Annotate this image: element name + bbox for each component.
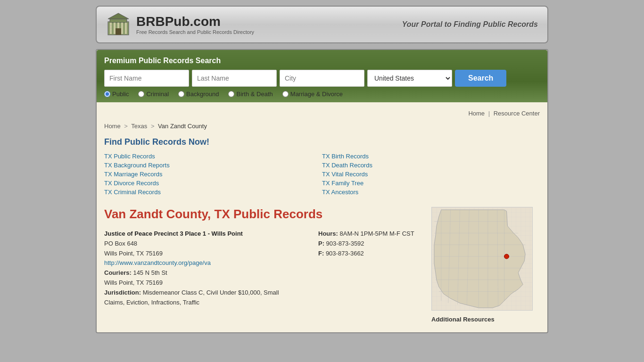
link-tx-divorce[interactable]: TX Divorce Records	[104, 180, 322, 187]
radio-criminal[interactable]: Criminal	[138, 90, 169, 98]
records-col-left: TX Public Records TX Background Reports …	[104, 153, 322, 197]
site-tagline-sub: Free Records Search and Public Records D…	[136, 29, 254, 35]
radio-birth-death[interactable]: Birth & Death	[228, 90, 272, 98]
search-button[interactable]: Search	[455, 70, 506, 87]
content-area: Home | Resource Center Home > Texas > Va…	[97, 102, 547, 332]
home-link[interactable]: Home	[468, 110, 485, 117]
country-select[interactable]: United States	[367, 70, 452, 87]
breadcrumb-county: Van Zandt County	[158, 123, 207, 130]
address-line1: PO Box 648	[104, 239, 299, 249]
svg-rect-1	[110, 19, 127, 23]
search-inputs: United States Search	[104, 70, 540, 87]
radio-public[interactable]: Public	[104, 90, 129, 98]
records-col-right: TX Birth Records TX Death Records TX Vit…	[322, 153, 540, 197]
county-section: Van Zandt County, TX Public Records Just…	[104, 207, 540, 323]
svg-point-29	[504, 254, 509, 259]
phone: P: 903-873-3592	[318, 239, 422, 249]
site-name: BRBPub.com	[136, 14, 254, 29]
search-section: Premium Public Records Search United Sta…	[97, 50, 547, 102]
svg-rect-8	[116, 28, 121, 35]
link-tx-vital[interactable]: TX Vital Records	[322, 171, 540, 178]
city-input[interactable]	[280, 70, 364, 87]
address-line2: Wills Point, TX 75169	[104, 249, 299, 259]
first-name-input[interactable]	[104, 70, 189, 87]
jurisdiction: Jurisdiction: Misdemeanor Class C, Civil…	[104, 288, 299, 308]
county-info: Van Zandt County, TX Public Records Just…	[104, 207, 422, 323]
link-tx-family-tree[interactable]: TX Family Tree	[322, 180, 540, 187]
link-tx-death[interactable]: TX Death Records	[322, 162, 540, 169]
map-area: Additional Resources	[431, 207, 540, 323]
link-tx-public[interactable]: TX Public Records	[104, 153, 322, 160]
breadcrumb-home[interactable]: Home	[104, 123, 121, 130]
radio-background[interactable]: Background	[178, 90, 219, 98]
link-tx-marriage[interactable]: TX Marriage Records	[104, 171, 322, 178]
records-section: Find Public Records Now! TX Public Recor…	[104, 132, 540, 207]
additional-resources-label: Additional Resources	[431, 316, 540, 323]
link-tx-criminal[interactable]: TX Criminal Records	[104, 189, 322, 196]
link-tx-ancestors[interactable]: TX Ancestors	[322, 189, 540, 196]
top-nav: Home | Resource Center	[104, 107, 540, 119]
logo-text: BRBPub.com Free Records Search and Publi…	[136, 14, 254, 35]
header: BRBPub.com Free Records Search and Publi…	[96, 6, 548, 43]
records-grid: TX Public Records TX Background Reports …	[104, 153, 540, 197]
last-name-input[interactable]	[192, 70, 277, 87]
website-link: http://www.vanzandtcounty.org/page/va	[104, 258, 299, 268]
couriers-line: Couriers: 145 N 5th St	[104, 268, 299, 278]
building-icon	[106, 12, 131, 37]
resource-center-link[interactable]: Resource Center	[494, 110, 540, 117]
county-title: Van Zandt County, TX Public Records	[104, 207, 422, 222]
entry-title-1: Justice of Peace Precinct 3 Place 1 - Wi…	[104, 229, 299, 239]
svg-rect-7	[125, 23, 127, 34]
radio-marriage-divorce[interactable]: Marriage & Divorce	[282, 90, 343, 98]
search-radios: Public Criminal Background Birth & Death…	[104, 90, 540, 98]
header-tagline: Your Portal to Finding Public Records	[402, 20, 538, 29]
link-tx-birth[interactable]: TX Birth Records	[322, 153, 540, 160]
search-title: Premium Public Records Search	[104, 57, 540, 65]
svg-rect-4	[114, 23, 116, 34]
breadcrumb-state[interactable]: Texas	[131, 123, 147, 130]
texas-map	[431, 207, 533, 311]
main-container: Premium Public Records Search United Sta…	[96, 49, 548, 333]
svg-marker-2	[108, 13, 129, 19]
nav-separator: |	[488, 110, 490, 117]
svg-rect-6	[121, 23, 123, 34]
couriers-city: Wills Point, TX 75169	[104, 278, 299, 288]
hours: Hours: 8AM-N 1PM-5PM M-F CST	[318, 229, 422, 239]
link-tx-background[interactable]: TX Background Reports	[104, 162, 322, 169]
breadcrumb: Home > Texas > Van Zandt County	[104, 119, 540, 132]
records-title: Find Public Records Now!	[104, 137, 540, 147]
record-entry-1: Justice of Peace Precinct 3 Place 1 - Wi…	[104, 229, 422, 307]
logo-area: BRBPub.com Free Records Search and Publi…	[106, 12, 254, 37]
website-anchor[interactable]: http://www.vanzandtcounty.org/page/va	[104, 259, 211, 266]
fax: F: 903-873-3662	[318, 249, 422, 259]
